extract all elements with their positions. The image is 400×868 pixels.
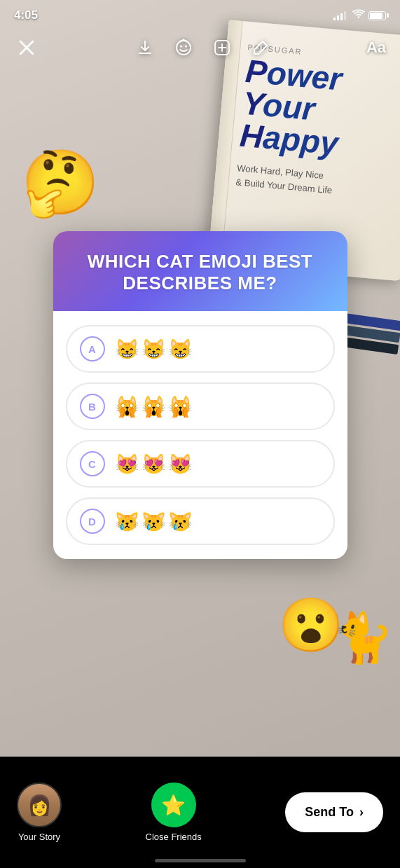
close-button[interactable] [14, 35, 39, 60]
draw-button[interactable] [250, 37, 271, 58]
quiz-option-c[interactable]: C 😻😻😻 [66, 440, 335, 488]
svg-point-4 [180, 46, 182, 48]
close-friends-option[interactable]: ⭐ Close Friends [146, 783, 202, 842]
battery-icon [368, 11, 386, 20]
text-style-button[interactable]: Aa [366, 39, 386, 57]
quiz-question: WHICH CAT EMOJI BEST DESCRIBES ME? [70, 251, 331, 294]
option-emoji-c: 😻😻😻 [115, 453, 195, 476]
svg-point-3 [177, 41, 191, 55]
quiz-card: WHICH CAT EMOJI BEST DESCRIBES ME? A 😸😸😸… [53, 231, 347, 559]
home-indicator [155, 859, 246, 862]
quiz-option-b[interactable]: B 🙀🙀🙀 [66, 383, 335, 430]
option-letter-d: D [80, 509, 105, 534]
quiz-option-d[interactable]: D 😿😿😿 [66, 497, 335, 545]
avatar: 👩 [17, 783, 62, 827]
quiz-header: WHICH CAT EMOJI BEST DESCRIBES ME? [53, 231, 347, 311]
quiz-body: A 😸😸😸 B 🙀🙀🙀 C 😻😻😻 D 😿😿😿 [53, 311, 347, 559]
send-to-button[interactable]: Send To › [285, 792, 383, 832]
your-story-label: Your Story [18, 832, 60, 842]
send-chevron-icon: › [359, 805, 364, 820]
option-emoji-b: 🙀🙀🙀 [115, 395, 195, 418]
close-friends-icon: ⭐ [151, 783, 196, 827]
svg-point-5 [185, 46, 187, 48]
svg-line-7 [185, 41, 186, 41]
book-title: Power Your Happy [239, 55, 400, 165]
option-emoji-d: 😿😿😿 [115, 510, 195, 533]
close-friends-label: Close Friends [146, 832, 202, 842]
status-bar: 4:05 [0, 0, 400, 31]
thinking-emoji: 🤔 [18, 147, 102, 216]
avatar-face: 👩 [18, 784, 60, 826]
story-toolbar: Aa [0, 35, 400, 60]
svg-line-12 [263, 41, 267, 46]
sticker-button[interactable] [212, 37, 233, 58]
book-subtitle: Work Hard, Play Nice & Build Your Dream … [235, 161, 400, 203]
cat-emoji: 🐈 [332, 613, 393, 662]
option-letter-b: B [80, 394, 105, 419]
bottom-bar: 👩 Your Story ⭐ Close Friends Send To › [0, 757, 400, 868]
your-story-option[interactable]: 👩 Your Story [17, 783, 62, 842]
face-filter-button[interactable] [173, 37, 194, 58]
download-button[interactable] [135, 37, 156, 58]
wifi-icon [352, 9, 365, 22]
quiz-option-a[interactable]: A 😸😸😸 [66, 325, 335, 373]
option-emoji-a: 😸😸😸 [115, 338, 195, 361]
status-icons [333, 9, 386, 22]
svg-line-8 [181, 41, 181, 41]
send-to-label: Send To [305, 805, 354, 820]
option-letter-a: A [80, 336, 105, 361]
option-letter-c: C [80, 451, 105, 476]
signal-icon [333, 11, 346, 20]
status-time: 4:05 [14, 8, 38, 22]
